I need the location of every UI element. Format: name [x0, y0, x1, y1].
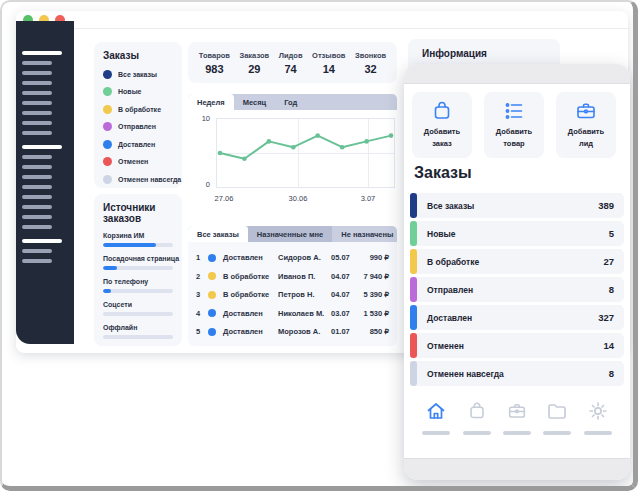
legend-item[interactable]: Отменен: [103, 157, 173, 166]
y-axis-tick-max: 10: [194, 114, 210, 123]
order-status-row[interactable]: Все заказы 389: [410, 193, 624, 218]
legend-item[interactable]: Доставлен: [103, 140, 173, 149]
order-status-row[interactable]: Отправлен 8: [410, 277, 624, 302]
source-item-label: По телефону: [103, 278, 173, 285]
row-number: 2: [196, 272, 208, 281]
legend-item-label: Доставлен: [118, 141, 155, 148]
order-sources-card: Источники заказов Корзина ИМ Посадочная …: [94, 194, 182, 346]
legend-item[interactable]: Отправлен: [103, 122, 173, 131]
row-status: Доставлен: [223, 309, 278, 318]
orders-table: 1 Доставлен Сидоров А. 05.07 990 ₽ 2 В о…: [188, 242, 397, 346]
row-date: 01.07: [331, 327, 362, 336]
status-color-bar: [410, 221, 417, 246]
orders-legend-list: Все заказы Новые В обработке Отправлен: [103, 70, 173, 184]
home-icon: [425, 400, 447, 422]
add-lead-button[interactable]: Добавитьлид: [556, 92, 616, 158]
status-color-bar: [410, 333, 417, 358]
source-progress-track: [103, 312, 173, 316]
row-price: 850 ₽: [362, 327, 389, 336]
sidebar-skeleton-line: [22, 121, 52, 125]
nav-underline: [584, 431, 612, 435]
briefcase-icon: [506, 400, 528, 422]
legend-item-label: Отправлен: [118, 123, 156, 130]
legend-item-label: Все заказы: [118, 71, 157, 78]
nav-sidebar[interactable]: [16, 21, 74, 344]
order-status-count: 14: [603, 340, 614, 351]
status-dot-icon: [208, 309, 216, 317]
x-axis-tick: 3.07: [348, 194, 388, 203]
stats-card: Товаров 983 Заказов 29 Лидов 74 Отзывов …: [188, 42, 397, 83]
stat-label: Товаров: [199, 51, 230, 60]
order-status-row[interactable]: В обработке 27: [410, 249, 624, 274]
order-status-count: 27: [603, 256, 614, 267]
mobile-panel: Добавитьзаказ Добавитьтовар Добавить: [404, 64, 630, 480]
list-icon: [502, 99, 526, 123]
orders-table-tab[interactable]: Не назначены: [332, 226, 397, 242]
legend-item[interactable]: Все заказы: [103, 70, 173, 79]
sidebar-skeleton-line: [22, 175, 52, 179]
legend-item[interactable]: Новые: [103, 87, 173, 96]
nav-files-button[interactable]: [543, 400, 571, 435]
nav-home-button[interactable]: [422, 400, 450, 435]
gear-icon: [587, 400, 609, 422]
table-row[interactable]: 4 Доставлен Николаев М. 03.07 1 530 ₽: [196, 305, 389, 322]
row-date: 05.07: [331, 253, 362, 262]
sidebar-skeleton-line: [22, 155, 52, 159]
source-item: По телефону: [103, 278, 173, 293]
orders-table-tab[interactable]: Назначенные мне: [248, 226, 332, 242]
table-row[interactable]: 1 Доставлен Сидоров А. 05.07 990 ₽: [196, 249, 389, 266]
status-color-bar: [410, 305, 417, 330]
order-status-row[interactable]: Отменен навсегда 8: [410, 361, 624, 386]
legend-item[interactable]: Отменен навсегда: [103, 175, 173, 184]
table-row[interactable]: 3 В обработке Петров Н. 04.07 5 390 ₽: [196, 286, 389, 303]
source-progress-fill: [103, 289, 111, 293]
panel-orders-title: Заказы: [414, 164, 472, 182]
table-row[interactable]: 2 В обработке Иванов П. 04.07 7 940 ₽: [196, 268, 389, 285]
nav-settings-button[interactable]: [584, 400, 612, 435]
nav-underline: [422, 431, 450, 435]
source-progress-track: [103, 289, 173, 293]
legend-item-label: Отменен: [118, 158, 148, 165]
legend-item[interactable]: В обработке: [103, 105, 173, 114]
status-dot-icon: [208, 272, 216, 280]
row-price: 990 ₽: [362, 253, 389, 262]
order-status-count: 8: [609, 284, 614, 295]
source-progress-track: [103, 266, 173, 270]
order-status-row[interactable]: Отменен 14: [410, 333, 624, 358]
line-chart: [217, 119, 394, 187]
orders-table-tab[interactable]: Все заказы: [188, 226, 248, 242]
order-status-label: Новые: [427, 229, 456, 239]
add-order-button[interactable]: Добавитьзаказ: [412, 92, 472, 158]
order-sources-list: Корзина ИМ Посадочная страница По телефо…: [103, 232, 173, 339]
orders-legend-card: Заказы Все заказы Новые В обработке: [94, 42, 182, 188]
window-titlebar: [16, 11, 628, 29]
source-progress-fill: [103, 266, 117, 270]
order-status-row[interactable]: Доставлен 327: [410, 305, 624, 330]
row-number: 5: [196, 327, 208, 336]
source-item: Корзина ИМ: [103, 232, 173, 247]
order-status-row[interactable]: Новые 5: [410, 221, 624, 246]
source-item-label: Корзина ИМ: [103, 232, 173, 239]
row-number: 1: [196, 253, 208, 262]
briefcase-icon: [574, 99, 598, 123]
stat-item: Заказов 29: [240, 51, 270, 75]
source-progress-track: [103, 335, 173, 339]
sidebar-skeleton-line: [22, 259, 52, 263]
nav-leads-button[interactable]: [503, 400, 531, 435]
row-status: Доставлен: [223, 253, 278, 262]
chart-period-tab[interactable]: Год: [275, 94, 306, 110]
legend-item-label: Отменен навсегда: [118, 176, 181, 183]
table-row[interactable]: 5 Доставлен Морозов А. 01.07 850 ₽: [196, 323, 389, 340]
order-status-count: 5: [609, 228, 614, 239]
chart-period-tab[interactable]: Неделя: [188, 94, 234, 110]
bag-icon: [466, 400, 488, 422]
quick-actions: Добавитьзаказ Добавитьтовар Добавить: [412, 92, 616, 158]
add-product-button[interactable]: Добавитьтовар: [484, 92, 544, 158]
chart-period-tab[interactable]: Месяц: [234, 94, 275, 110]
stat-label: Звонков: [355, 51, 386, 60]
stat-item: Лидов 74: [279, 51, 303, 75]
source-item-label: Соцсети: [103, 301, 173, 308]
y-axis-tick-min: 0: [194, 180, 210, 189]
sidebar-skeleton-line: [22, 195, 52, 199]
nav-orders-button[interactable]: [463, 400, 491, 435]
